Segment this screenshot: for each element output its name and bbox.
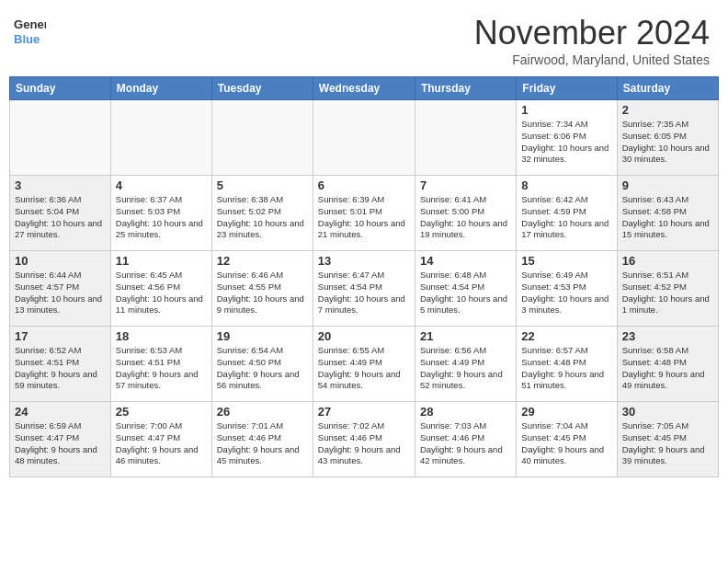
calendar-cell: 23Sunrise: 6:58 AM Sunset: 4:48 PM Dayli… xyxy=(617,327,718,402)
calendar-cell: 13Sunrise: 6:47 AM Sunset: 4:54 PM Dayli… xyxy=(313,251,415,327)
day-info: Sunrise: 6:39 AM Sunset: 5:01 PM Dayligh… xyxy=(318,194,410,241)
day-number: 30 xyxy=(622,405,713,419)
day-info: Sunrise: 7:02 AM Sunset: 4:46 PM Dayligh… xyxy=(318,420,410,467)
day-info: Sunrise: 6:51 AM Sunset: 4:52 PM Dayligh… xyxy=(622,270,713,316)
day-info: Sunrise: 6:47 AM Sunset: 4:54 PM Dayligh… xyxy=(318,270,410,316)
day-info: Sunrise: 6:45 AM Sunset: 4:56 PM Dayligh… xyxy=(116,270,207,316)
title-block: November 2024 Fairwood, Maryland, United… xyxy=(474,14,710,67)
day-info: Sunrise: 6:53 AM Sunset: 4:51 PM Dayligh… xyxy=(116,345,207,392)
calendar-cell: 21Sunrise: 6:56 AM Sunset: 4:49 PM Dayli… xyxy=(415,327,516,402)
calendar-cell: 17Sunrise: 6:52 AM Sunset: 4:51 PM Dayli… xyxy=(10,327,111,402)
calendar-cell: 3Sunrise: 6:36 AM Sunset: 5:04 PM Daylig… xyxy=(10,176,111,251)
day-info: Sunrise: 6:37 AM Sunset: 5:03 PM Dayligh… xyxy=(116,194,207,241)
header-sunday: Sunday xyxy=(10,77,111,100)
calendar-cell: 4Sunrise: 6:37 AM Sunset: 5:03 PM Daylig… xyxy=(110,176,211,251)
day-info: Sunrise: 7:01 AM Sunset: 4:46 PM Dayligh… xyxy=(217,420,308,467)
calendar-cell: 28Sunrise: 7:03 AM Sunset: 4:46 PM Dayli… xyxy=(415,402,516,477)
logo: General Blue xyxy=(14,14,46,46)
day-info: Sunrise: 6:43 AM Sunset: 4:58 PM Dayligh… xyxy=(622,194,713,241)
calendar-cell: 27Sunrise: 7:02 AM Sunset: 4:46 PM Dayli… xyxy=(313,402,415,477)
day-number: 12 xyxy=(217,254,308,268)
calendar-cell: 26Sunrise: 7:01 AM Sunset: 4:46 PM Dayli… xyxy=(211,402,313,477)
day-info: Sunrise: 6:38 AM Sunset: 5:02 PM Dayligh… xyxy=(217,194,308,241)
day-info: Sunrise: 6:58 AM Sunset: 4:48 PM Dayligh… xyxy=(622,345,713,392)
calendar-body: 1Sunrise: 7:34 AM Sunset: 6:06 PM Daylig… xyxy=(10,100,719,477)
day-info: Sunrise: 6:36 AM Sunset: 5:04 PM Dayligh… xyxy=(15,194,106,241)
day-number: 20 xyxy=(318,329,410,343)
calendar-cell: 11Sunrise: 6:45 AM Sunset: 4:56 PM Dayli… xyxy=(110,251,211,327)
day-number: 25 xyxy=(116,405,207,419)
svg-text:Blue: Blue xyxy=(14,32,40,46)
day-number: 14 xyxy=(420,254,511,268)
calendar-cell: 8Sunrise: 6:42 AM Sunset: 4:59 PM Daylig… xyxy=(517,176,617,251)
calendar-cell: 29Sunrise: 7:04 AM Sunset: 4:45 PM Dayli… xyxy=(517,402,617,477)
day-number: 29 xyxy=(521,405,611,419)
day-info: Sunrise: 6:56 AM Sunset: 4:49 PM Dayligh… xyxy=(420,345,511,392)
day-number: 27 xyxy=(318,405,410,419)
day-number: 22 xyxy=(521,329,611,343)
day-info: Sunrise: 6:57 AM Sunset: 4:48 PM Dayligh… xyxy=(521,345,611,392)
svg-text:General: General xyxy=(14,17,46,31)
day-number: 21 xyxy=(420,329,511,343)
calendar-cell xyxy=(415,100,516,176)
day-info: Sunrise: 6:52 AM Sunset: 4:51 PM Dayligh… xyxy=(15,345,106,392)
calendar-header: Sunday Monday Tuesday Wednesday Thursday… xyxy=(10,77,719,100)
calendar-cell: 25Sunrise: 7:00 AM Sunset: 4:47 PM Dayli… xyxy=(110,402,211,477)
day-number: 8 xyxy=(521,178,611,192)
day-number: 16 xyxy=(622,254,713,268)
day-number: 24 xyxy=(15,405,106,419)
calendar-week-2: 3Sunrise: 6:36 AM Sunset: 5:04 PM Daylig… xyxy=(10,176,719,251)
calendar-cell: 20Sunrise: 6:55 AM Sunset: 4:49 PM Dayli… xyxy=(313,327,415,402)
calendar-cell: 12Sunrise: 6:46 AM Sunset: 4:55 PM Dayli… xyxy=(211,251,313,327)
day-number: 17 xyxy=(15,329,106,343)
header-friday: Friday xyxy=(517,77,617,100)
header-tuesday: Tuesday xyxy=(211,77,313,100)
calendar-week-1: 1Sunrise: 7:34 AM Sunset: 6:06 PM Daylig… xyxy=(10,100,719,176)
calendar-cell: 24Sunrise: 6:59 AM Sunset: 4:47 PM Dayli… xyxy=(10,402,111,477)
calendar-cell xyxy=(10,100,111,176)
calendar-cell: 16Sunrise: 6:51 AM Sunset: 4:52 PM Dayli… xyxy=(617,251,718,327)
day-info: Sunrise: 7:00 AM Sunset: 4:47 PM Dayligh… xyxy=(116,420,207,467)
day-info: Sunrise: 6:46 AM Sunset: 4:55 PM Dayligh… xyxy=(217,270,308,316)
day-info: Sunrise: 6:44 AM Sunset: 4:57 PM Dayligh… xyxy=(15,270,106,316)
day-info: Sunrise: 6:54 AM Sunset: 4:50 PM Dayligh… xyxy=(217,345,308,392)
calendar-cell xyxy=(313,100,415,176)
day-info: Sunrise: 7:34 AM Sunset: 6:06 PM Dayligh… xyxy=(521,119,611,166)
calendar-cell: 30Sunrise: 7:05 AM Sunset: 4:45 PM Dayli… xyxy=(617,402,718,477)
day-info: Sunrise: 7:04 AM Sunset: 4:45 PM Dayligh… xyxy=(521,420,611,467)
page-header: General Blue November 2024 Fairwood, Mar… xyxy=(0,0,728,76)
calendar-cell: 18Sunrise: 6:53 AM Sunset: 4:51 PM Dayli… xyxy=(110,327,211,402)
day-info: Sunrise: 6:42 AM Sunset: 4:59 PM Dayligh… xyxy=(521,194,611,241)
calendar-week-5: 24Sunrise: 6:59 AM Sunset: 4:47 PM Dayli… xyxy=(10,402,719,477)
calendar-cell xyxy=(110,100,211,176)
location: Fairwood, Maryland, United States xyxy=(474,52,710,67)
day-number: 10 xyxy=(15,254,106,268)
day-number: 2 xyxy=(622,103,713,117)
day-info: Sunrise: 6:48 AM Sunset: 4:54 PM Dayligh… xyxy=(420,270,511,316)
day-number: 28 xyxy=(420,405,511,419)
day-number: 26 xyxy=(217,405,308,419)
day-info: Sunrise: 6:59 AM Sunset: 4:47 PM Dayligh… xyxy=(15,420,106,467)
logo-icon: General Blue xyxy=(14,14,46,46)
day-number: 4 xyxy=(116,178,207,192)
header-monday: Monday xyxy=(110,77,211,100)
calendar-table: Sunday Monday Tuesday Wednesday Thursday… xyxy=(9,76,719,477)
day-number: 3 xyxy=(15,178,106,192)
day-info: Sunrise: 7:03 AM Sunset: 4:46 PM Dayligh… xyxy=(420,420,511,467)
calendar-cell: 5Sunrise: 6:38 AM Sunset: 5:02 PM Daylig… xyxy=(211,176,313,251)
day-number: 1 xyxy=(521,103,611,117)
calendar-cell: 7Sunrise: 6:41 AM Sunset: 5:00 PM Daylig… xyxy=(415,176,516,251)
header-row: Sunday Monday Tuesday Wednesday Thursday… xyxy=(10,77,719,100)
calendar-cell: 2Sunrise: 7:35 AM Sunset: 6:05 PM Daylig… xyxy=(617,100,718,176)
day-number: 5 xyxy=(217,178,308,192)
day-number: 6 xyxy=(318,178,410,192)
day-number: 18 xyxy=(116,329,207,343)
day-number: 11 xyxy=(116,254,207,268)
calendar-week-4: 17Sunrise: 6:52 AM Sunset: 4:51 PM Dayli… xyxy=(10,327,719,402)
day-info: Sunrise: 7:35 AM Sunset: 6:05 PM Dayligh… xyxy=(622,119,713,166)
day-number: 9 xyxy=(622,178,713,192)
header-thursday: Thursday xyxy=(415,77,516,100)
header-saturday: Saturday xyxy=(617,77,718,100)
day-number: 19 xyxy=(217,329,308,343)
calendar-cell: 14Sunrise: 6:48 AM Sunset: 4:54 PM Dayli… xyxy=(415,251,516,327)
